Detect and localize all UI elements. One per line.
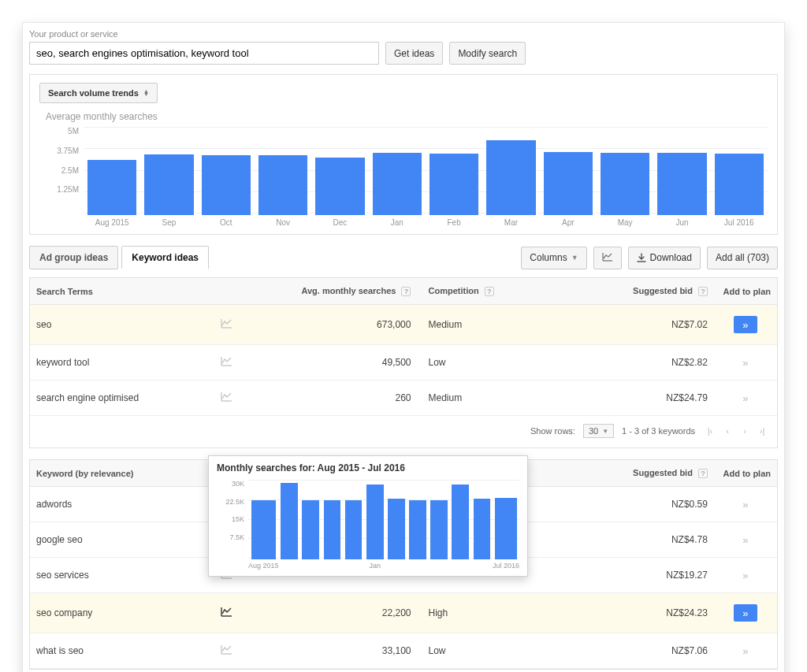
cell-term: keyword tool <box>30 345 214 381</box>
bar[interactable] <box>601 153 649 215</box>
bar[interactable] <box>430 154 478 215</box>
add-all-button[interactable]: Add all (703) <box>707 247 778 269</box>
bar <box>324 500 341 559</box>
bar <box>251 500 276 559</box>
add-to-plan-disabled: » <box>742 357 748 369</box>
trend-dropdown-label: Search volume trends <box>48 88 139 98</box>
get-ideas-button[interactable]: Get ideas <box>385 42 443 65</box>
chart-title: Average monthly searches <box>46 111 768 122</box>
add-to-plan-disabled: » <box>742 392 748 404</box>
add-to-plan-button[interactable]: » <box>734 604 757 622</box>
search-terms-panel: Search Terms Avg. monthly searches ? Com… <box>29 277 778 448</box>
cell-bid: NZ$7.02 <box>566 305 714 345</box>
th-add-to-plan-2: Add to plan <box>714 460 777 487</box>
cell-competition: Low <box>417 345 565 381</box>
cell-searches: 33,100 <box>252 633 417 669</box>
chevron-down-icon: ▼ <box>602 428 608 435</box>
th-add-to-plan: Add to plan <box>714 278 777 305</box>
cell-competition: Low <box>417 633 565 669</box>
add-to-plan-button[interactable]: » <box>734 316 757 333</box>
bar[interactable] <box>258 155 307 215</box>
cell-bid: NZ$2.82 <box>566 345 714 381</box>
bar[interactable] <box>486 140 535 215</box>
bar[interactable] <box>657 153 706 215</box>
cell-term: seo company <box>30 593 214 633</box>
show-rows-label: Show rows: <box>530 426 575 436</box>
bar <box>345 500 363 559</box>
th-avg-searches[interactable]: Avg. monthly searches ? <box>252 278 417 305</box>
trend-chart-icon[interactable] <box>221 319 232 331</box>
trend-chart-icon[interactable] <box>221 392 232 404</box>
bar[interactable] <box>202 155 251 215</box>
page-prev-icon[interactable]: ‹ <box>720 424 734 438</box>
th-suggested-bid[interactable]: Suggested bid ? <box>566 278 714 305</box>
bar <box>366 485 384 559</box>
bar[interactable] <box>315 158 364 215</box>
cell-term: seo <box>30 305 214 345</box>
search-label: Your product or service <box>29 29 778 39</box>
tooltip-bar-chart: 30K22.5K15K7.5K0 Aug 2015JanJul 2016 <box>217 480 519 571</box>
add-to-plan-disabled: » <box>742 499 748 510</box>
th-search-terms[interactable]: Search Terms <box>30 278 214 305</box>
main-bar-chart: 5M3.75M2.5M1.25M0 Aug 2015SepOctNovDecJa… <box>46 127 768 229</box>
bar <box>281 483 298 559</box>
cell-bid: NZ$0.59 <box>566 487 714 522</box>
pager: Show rows: 30 ▼ 1 - 3 of 3 keywords |‹ ‹… <box>30 416 777 447</box>
cell-term: adwords <box>30 487 214 522</box>
cell-bid: NZ$19.27 <box>566 558 714 593</box>
trend-dropdown[interactable]: Search volume trends ▲▼ <box>39 83 158 103</box>
tooltip-title: Monthly searches for: Aug 2015 - Jul 201… <box>217 462 519 473</box>
chevron-down-icon: ▼ <box>571 254 578 262</box>
bar[interactable] <box>87 160 136 215</box>
add-to-plan-disabled: » <box>742 534 748 546</box>
trend-chart-icon[interactable] <box>221 357 232 369</box>
trend-chart-icon[interactable] <box>221 645 232 657</box>
cell-term: google seo <box>30 522 214 558</box>
help-icon[interactable]: ? <box>485 287 494 296</box>
bar[interactable] <box>544 152 593 215</box>
bar <box>409 500 426 559</box>
cell-competition: Medium <box>417 305 565 345</box>
cell-bid: NZ$24.79 <box>566 381 714 416</box>
bar <box>430 500 448 559</box>
table-row: keyword tool 49,500 Low NZ$2.82 » <box>30 345 777 381</box>
tab-ad-group-ideas[interactable]: Ad group ideas <box>29 246 118 269</box>
add-to-plan-disabled: » <box>742 645 748 657</box>
download-button[interactable]: Download <box>628 247 701 269</box>
cell-searches: 49,500 <box>252 345 417 381</box>
table-row: seo 673,000 Medium NZ$7.02 » <box>30 305 777 345</box>
table-row: what is seo 33,100 Low NZ$7.06 » <box>30 633 777 669</box>
product-service-input[interactable] <box>29 42 379 65</box>
help-icon[interactable]: ? <box>698 469 708 478</box>
bar <box>452 485 469 559</box>
bar <box>495 498 516 559</box>
rows-per-page-select[interactable]: 30 ▼ <box>583 424 614 438</box>
page-first-icon[interactable]: |‹ <box>703 424 717 438</box>
columns-dropdown[interactable]: Columns ▼ <box>521 247 586 269</box>
add-to-plan-disabled: » <box>742 570 748 581</box>
bar[interactable] <box>715 154 764 215</box>
cell-competition: Medium <box>417 381 565 416</box>
modify-search-button[interactable]: Modify search <box>449 42 526 65</box>
th-competition[interactable]: Competition ? <box>417 278 565 305</box>
bar[interactable] <box>144 154 193 215</box>
cell-term: search engine optimised <box>30 381 214 416</box>
cell-searches: 22,200 <box>252 593 417 633</box>
table-row: seo company 22,200 High NZ$24.23 » <box>30 593 777 633</box>
page-last-icon[interactable]: ›| <box>755 424 769 438</box>
cell-bid: NZ$4.78 <box>566 522 714 558</box>
cell-searches: 260 <box>252 381 417 416</box>
tab-keyword-ideas[interactable]: Keyword ideas <box>121 246 209 269</box>
th-suggested-bid-2[interactable]: Suggested bid ? <box>566 460 714 487</box>
chart-toggle-button[interactable] <box>593 247 622 269</box>
page-next-icon[interactable]: › <box>738 424 752 438</box>
cell-searches: 673,000 <box>252 305 417 345</box>
keyword-planner-screen: Your product or service Get ideas Modify… <box>22 22 785 672</box>
bar[interactable] <box>373 153 422 215</box>
cell-bid: NZ$7.06 <box>566 633 714 669</box>
bar <box>388 499 405 559</box>
th-keyword[interactable]: Keyword (by relevance) <box>30 460 214 487</box>
help-icon[interactable]: ? <box>698 287 708 296</box>
help-icon[interactable]: ? <box>401 287 411 296</box>
trend-chart-icon[interactable] <box>221 607 232 619</box>
